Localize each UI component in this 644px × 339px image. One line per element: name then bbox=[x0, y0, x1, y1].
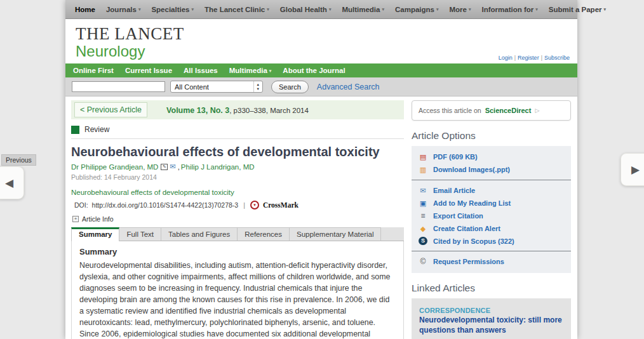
article-info-label: Article Info bbox=[82, 215, 114, 223]
topnav-information-for[interactable]: Information for▾ bbox=[481, 6, 537, 13]
sciencedirect-access-button[interactable]: Access this article on ScienceDirect ▷ bbox=[412, 100, 571, 121]
article-column: < Previous Article Volume 13, No. 3, p33… bbox=[71, 100, 404, 339]
doi-link[interactable]: http://dx.doi.org/10.1016/S1474-4422(13)… bbox=[92, 201, 239, 209]
option-cited-scopus-label: Cited by in Scopus (322) bbox=[433, 237, 514, 245]
option-request-permissions[interactable]: ©Request Permissions bbox=[412, 255, 571, 268]
crossmark-label[interactable]: CrossMark bbox=[263, 201, 299, 209]
previous-article-button[interactable]: < Previous Article bbox=[74, 102, 147, 117]
register-link[interactable]: Register bbox=[518, 55, 539, 61]
chevron-down-icon: ▾ bbox=[329, 7, 332, 11]
divider: | bbox=[243, 201, 245, 209]
topnav-information-for-label: Information for bbox=[481, 6, 533, 13]
tab-supplementary[interactable]: Supplementary Material bbox=[290, 227, 381, 241]
journal-navigation: Online First Current Issue All Issues Mu… bbox=[65, 63, 577, 77]
topnav-global-health[interactable]: Global Health▾ bbox=[280, 6, 332, 13]
issue-bar: < Previous Article Volume 13, No. 3, p33… bbox=[71, 100, 404, 119]
topnav-more[interactable]: More▾ bbox=[449, 6, 471, 13]
chevron-down-icon: ▾ bbox=[535, 7, 538, 11]
linked-articles-box: CORRESPONDENCE Neurodevelopmental toxici… bbox=[412, 298, 571, 339]
topnav-submit-paper[interactable]: Submit a Paper▾ bbox=[549, 6, 606, 13]
tab-references[interactable]: References bbox=[238, 227, 290, 241]
option-pdf-label: PDF (609 KB) bbox=[433, 153, 478, 161]
option-pdf[interactable]: ▤PDF (609 KB) bbox=[412, 150, 571, 163]
doi-row: DOI: http://dx.doi.org/10.1016/S1474-442… bbox=[71, 201, 404, 209]
next-page-button[interactable]: ▶ bbox=[621, 153, 644, 186]
search-button[interactable]: Search bbox=[271, 81, 309, 93]
previous-page-button[interactable]: ◀ bbox=[0, 166, 24, 199]
jnav-current-issue[interactable]: Current Issue bbox=[125, 67, 172, 74]
pdf-icon: ▤ bbox=[419, 152, 427, 161]
subscribe-link[interactable]: Subscribe bbox=[544, 55, 570, 61]
summary-heading: Summary bbox=[79, 247, 396, 256]
topnav-campaigns[interactable]: Campaigns▾ bbox=[395, 6, 439, 13]
issue-details: , p330–338, March 2014 bbox=[229, 107, 309, 114]
author-separator: , bbox=[178, 163, 180, 171]
author-link-grandjean[interactable]: Dr Philippe Grandjean, MD bbox=[71, 163, 158, 171]
expand-plus-icon: + bbox=[72, 216, 79, 222]
search-bar: All Content ▲▼ Search Advanced Search bbox=[65, 77, 577, 96]
topnav-lancet-clinic-label: The Lancet Clinic bbox=[205, 6, 265, 13]
reading-list-icon: ▣ bbox=[419, 199, 427, 208]
article-section-row: Review bbox=[71, 125, 404, 139]
article-options-box: ▤PDF (609 KB) ▥Download Images(.ppt) ✉Em… bbox=[412, 146, 571, 273]
advanced-search-link[interactable]: Advanced Search bbox=[317, 83, 380, 91]
content-area: < Previous Article Volume 13, No. 3, p33… bbox=[65, 96, 577, 339]
doi-label: DOI: bbox=[74, 201, 88, 209]
sidebar: Access this article on ScienceDirect ▷ A… bbox=[412, 100, 571, 339]
topnav-multimedia-label: Multimedia bbox=[342, 6, 380, 13]
chevron-down-icon: ▾ bbox=[269, 69, 272, 73]
corresponding-author-icon[interactable]: ✎ bbox=[161, 164, 168, 170]
chevron-down-icon: ▾ bbox=[138, 7, 141, 11]
option-download-images[interactable]: ▥Download Images(.ppt) bbox=[412, 163, 571, 176]
option-export-citation[interactable]: ≡Export Citation bbox=[412, 209, 571, 222]
topnav-journals[interactable]: Journals▾ bbox=[106, 6, 140, 13]
jnav-about-journal[interactable]: About the Journal bbox=[283, 67, 345, 74]
divider: | bbox=[514, 55, 516, 61]
options-divider bbox=[412, 180, 571, 180]
option-cited-scopus[interactable]: SCited by in Scopus (322) bbox=[412, 235, 571, 247]
select-stepper-icon: ▲▼ bbox=[253, 81, 262, 92]
chevron-down-icon: ▾ bbox=[382, 7, 384, 11]
search-input[interactable] bbox=[72, 81, 165, 92]
option-email-article-label: Email Article bbox=[433, 187, 475, 194]
option-add-reading-list[interactable]: ▣Add to My Reading List bbox=[412, 197, 571, 209]
topnav-multimedia[interactable]: Multimedia▾ bbox=[342, 6, 384, 13]
search-scope-select[interactable]: All Content ▲▼ bbox=[170, 81, 263, 93]
linked-articles-heading: Linked Articles bbox=[412, 282, 571, 294]
linked-article-link[interactable]: Neurodevelopmental toxicity: still more … bbox=[419, 316, 563, 335]
topnav-submit-paper-label: Submit a Paper bbox=[549, 6, 602, 13]
author-line: Dr Philippe Grandjean, MD ✎ ✉ , Philip J… bbox=[71, 163, 404, 171]
crossmark-icon[interactable]: ▼ bbox=[250, 201, 259, 209]
chevron-down-icon: ▾ bbox=[604, 7, 607, 11]
permissions-icon: © bbox=[419, 257, 427, 266]
option-citation-alert[interactable]: ◆Create Citation Alert bbox=[412, 222, 571, 235]
article-options-heading: Article Options bbox=[412, 130, 571, 142]
topnav-lancet-clinic[interactable]: The Lancet Clinic▾ bbox=[205, 6, 269, 13]
top-navigation: Home Journals▾ Specialties▾ The Lancet C… bbox=[65, 0, 577, 19]
topnav-campaigns-label: Campaigns bbox=[395, 6, 434, 13]
author-link-landrigan[interactable]: Philip J Landrigan, MD bbox=[181, 163, 255, 171]
chevron-down-icon: ▾ bbox=[267, 7, 269, 11]
topnav-specialties[interactable]: Specialties▾ bbox=[151, 6, 194, 13]
jnav-all-issues[interactable]: All Issues bbox=[184, 67, 218, 74]
jnav-multimedia[interactable]: Multimedia▾ bbox=[229, 67, 272, 74]
tab-full-text[interactable]: Full Text bbox=[119, 227, 161, 241]
topnav-home[interactable]: Home bbox=[75, 6, 95, 13]
linked-article-item: CORRESPONDENCE Neurodevelopmental toxici… bbox=[419, 307, 563, 335]
tab-summary[interactable]: Summary bbox=[71, 227, 119, 241]
tab-tables-figures[interactable]: Tables and Figures bbox=[161, 227, 238, 241]
divider: | bbox=[541, 55, 542, 61]
previous-tooltip: Previous bbox=[1, 154, 36, 166]
option-request-permissions-label: Request Permissions bbox=[433, 258, 504, 265]
screen: Home Journals▾ Specialties▾ The Lancet C… bbox=[0, 0, 644, 339]
section-label: Review bbox=[84, 125, 109, 134]
login-link[interactable]: Login bbox=[499, 55, 513, 61]
envelope-icon[interactable]: ✉ bbox=[170, 163, 175, 171]
option-download-images-label: Download Images(.ppt) bbox=[433, 166, 510, 173]
option-add-reading-list-label: Add to My Reading List bbox=[433, 199, 511, 207]
volume-link: Volume 13, No. 3 bbox=[166, 106, 229, 115]
jnav-online-first[interactable]: Online First bbox=[73, 67, 114, 74]
option-email-article[interactable]: ✉Email Article bbox=[412, 184, 571, 197]
article-title-link[interactable]: Neurobehavioural effects of developmenta… bbox=[71, 189, 234, 196]
article-info-expander[interactable]: + Article Info bbox=[71, 215, 404, 223]
